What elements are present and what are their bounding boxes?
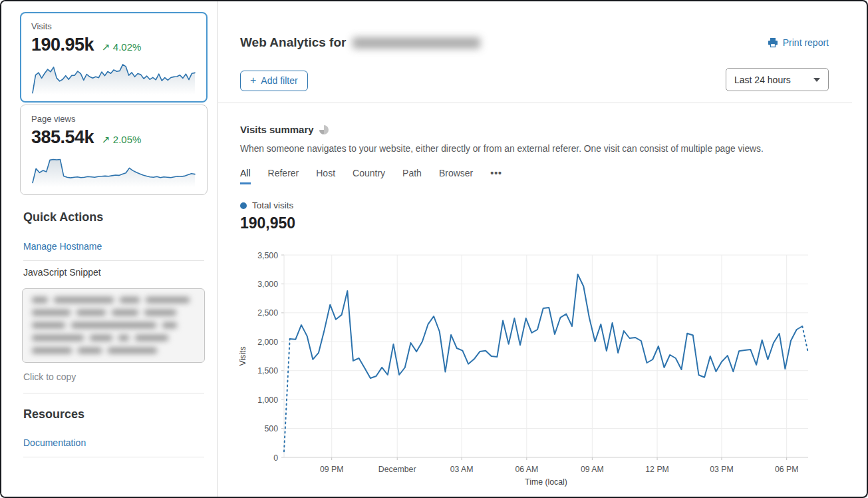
divider — [218, 103, 852, 103]
tab-browser[interactable]: Browser — [439, 168, 473, 184]
quick-actions-heading: Quick Actions — [23, 210, 103, 224]
svg-text:Visits: Visits — [238, 346, 247, 366]
metric-card-visits[interactable]: Visits 190.95k ↗ 4.02% — [20, 12, 208, 103]
legend-label: Total visits — [252, 200, 293, 210]
metric-card-label: Page views — [31, 114, 196, 124]
metric-card-page-views[interactable]: Page views 385.54k ↗ 2.05% — [20, 105, 208, 195]
svg-text:09 AM: 09 AM — [581, 465, 604, 474]
manage-hostname-link[interactable]: Manage Hostname — [23, 241, 102, 252]
total-visits-value: 190,950 — [240, 214, 295, 232]
visits-sparkline — [31, 61, 196, 95]
metric-card-change: ↗ 4.02% — [102, 41, 141, 53]
svg-text:2,500: 2,500 — [257, 308, 278, 318]
tab-referer[interactable]: Referer — [268, 168, 299, 184]
svg-text:06 AM: 06 AM — [515, 465, 538, 474]
svg-text:2,000: 2,000 — [257, 338, 278, 347]
trend-up-icon: ↗ — [102, 41, 110, 53]
main-content: Web Analytics for Print report + Add fil… — [218, 1, 867, 497]
svg-text:500: 500 — [264, 424, 278, 433]
svg-text:09 PM: 09 PM — [320, 465, 344, 474]
visits-summary-title: Visits summary — [240, 124, 329, 135]
documentation-link[interactable]: Documentation — [23, 437, 86, 448]
redacted-text-line — [32, 310, 195, 316]
click-to-copy-hint: Click to copy — [23, 372, 76, 382]
redacted-text-line — [32, 335, 195, 341]
divider — [23, 393, 204, 393]
page-title: Web Analytics for — [240, 35, 480, 50]
redacted-text-line — [32, 322, 195, 328]
divider — [23, 457, 204, 457]
plus-icon: + — [250, 75, 256, 86]
svg-text:3,500: 3,500 — [257, 251, 278, 260]
time-range-select[interactable]: Last 24 hours — [726, 68, 829, 91]
metric-card-change: ↗ 2.05% — [102, 134, 141, 146]
metric-card-value: 190.95k — [31, 35, 94, 55]
legend-dot-icon — [240, 202, 247, 209]
chevron-down-icon — [813, 78, 820, 82]
svg-text:12 PM: 12 PM — [645, 465, 669, 474]
sidebar: Visits 190.95k ↗ 4.02% Page views 385.54… — [1, 1, 218, 497]
tab-country[interactable]: Country — [353, 168, 385, 184]
svg-text:Time (local): Time (local) — [525, 477, 567, 487]
svg-text:03 AM: 03 AM — [450, 465, 474, 474]
svg-text:3,000: 3,000 — [257, 280, 278, 289]
svg-text:1,500: 1,500 — [257, 366, 278, 375]
printer-icon — [768, 37, 778, 48]
metric-card-value: 385.54k — [31, 127, 94, 148]
tab-all[interactable]: All — [240, 168, 251, 184]
tab-overflow-menu[interactable]: ••• — [490, 168, 502, 184]
resources-heading: Resources — [23, 407, 84, 421]
svg-text:06 PM: 06 PM — [775, 465, 799, 474]
chart-legend: Total visits — [240, 200, 293, 210]
svg-text:December: December — [378, 465, 416, 474]
add-filter-button[interactable]: + Add filter — [240, 71, 308, 91]
app-window: Visits 190.95k ↗ 4.02% Page views 385.54… — [0, 0, 868, 498]
visits-summary-description: When someone navigates to your website, … — [240, 144, 840, 154]
redacted-text-line — [32, 297, 195, 303]
divider — [23, 260, 204, 261]
svg-text:03 PM: 03 PM — [710, 465, 734, 474]
print-report-button[interactable]: Print report — [768, 37, 829, 48]
redacted-domain — [353, 37, 480, 49]
svg-text:1,000: 1,000 — [257, 395, 278, 405]
js-snippet-box[interactable] — [22, 288, 205, 363]
js-snippet-label: JavaScript Snippet — [23, 267, 101, 278]
svg-text:0: 0 — [273, 453, 278, 463]
trend-up-icon: ↗ — [102, 134, 110, 145]
dimension-tabs: AllRefererHostCountryPathBrowser••• — [240, 168, 502, 184]
help-icon[interactable] — [319, 125, 329, 134]
visits-line-chart: 05001,0001,5002,0002,5003,0003,50009 PMD… — [218, 248, 837, 495]
tab-host[interactable]: Host — [316, 168, 335, 184]
tab-path[interactable]: Path — [402, 168, 422, 184]
page-views-sparkline — [31, 153, 196, 188]
redacted-text-line — [32, 348, 195, 354]
metric-card-label: Visits — [31, 21, 196, 31]
